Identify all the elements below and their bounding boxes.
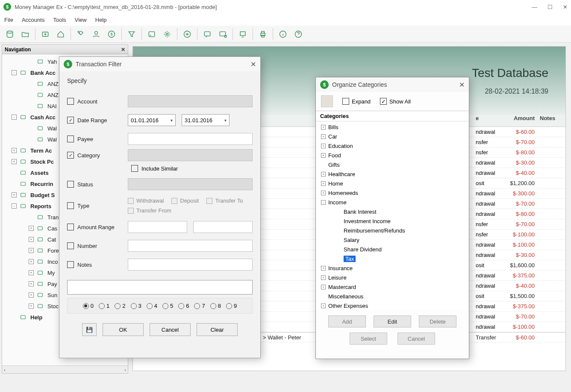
- close-button[interactable]: ✕: [563, 4, 568, 10]
- category-row[interactable]: +Leisure: [316, 273, 469, 282]
- deposit-checkbox[interactable]: Deposit: [171, 197, 199, 204]
- slot-radio-1[interactable]: 1: [99, 303, 109, 309]
- account-checkbox[interactable]: [67, 98, 74, 105]
- clear-button[interactable]: Clear: [197, 323, 238, 336]
- amountrange-checkbox[interactable]: [67, 224, 74, 230]
- new-transaction-icon[interactable]: [180, 27, 194, 41]
- transferto-checkbox[interactable]: Transfer To: [206, 197, 243, 204]
- cat-dialog-titlebar[interactable]: $ Organize Categories ✕: [316, 77, 469, 92]
- navigation-close-icon[interactable]: ✕: [121, 47, 125, 53]
- category-checkbox[interactable]: ✓: [67, 152, 74, 159]
- category-row[interactable]: Miscellaneous: [316, 292, 469, 301]
- type-checkbox[interactable]: [67, 202, 74, 209]
- payee-checkbox[interactable]: [67, 136, 74, 142]
- select-button[interactable]: Select: [350, 333, 387, 345]
- category-row[interactable]: +Home: [316, 179, 469, 188]
- cat-dialog-close-icon[interactable]: ✕: [459, 81, 465, 89]
- amount-from-input[interactable]: [128, 221, 187, 233]
- col-notes[interactable]: Notes: [540, 115, 565, 127]
- slot-radio-2[interactable]: 2: [115, 303, 125, 309]
- edit-button[interactable]: Edit: [374, 315, 411, 327]
- category-row[interactable]: +Other Expenses: [316, 301, 469, 309]
- add-button[interactable]: Add: [328, 315, 366, 327]
- dialog-close-icon[interactable]: ✕: [250, 60, 256, 68]
- options-icon[interactable]: [160, 27, 174, 41]
- showall-checkbox[interactable]: ✓Show All: [380, 98, 411, 105]
- news-icon[interactable]: [200, 27, 215, 41]
- date-to-input[interactable]: 31.01.2016▾: [182, 114, 230, 126]
- withdrawal-checkbox[interactable]: Withdrawal: [128, 197, 164, 204]
- slot-radio-7[interactable]: 7: [194, 303, 205, 309]
- payee-icon[interactable]: [89, 27, 103, 41]
- expand-checkbox[interactable]: Expand: [342, 98, 371, 105]
- categories-list[interactable]: +Bills+Car+Education+FoodGifts+Healthcar…: [316, 121, 469, 309]
- category-row[interactable]: Investment Income: [316, 216, 469, 226]
- notes-input[interactable]: [128, 259, 253, 271]
- date-from-input[interactable]: 01.01.2016▾: [128, 114, 176, 126]
- account-dropdown[interactable]: [128, 95, 253, 107]
- number-checkbox[interactable]: [67, 242, 74, 249]
- menu-view[interactable]: View: [75, 17, 87, 23]
- category-row[interactable]: Tax: [316, 254, 469, 263]
- menu-accounts[interactable]: Accounts: [22, 17, 44, 23]
- minimize-button[interactable]: —: [532, 4, 537, 10]
- save-filter-button[interactable]: 💾: [82, 323, 97, 336]
- rates-icon[interactable]: [215, 27, 230, 41]
- new-account-icon[interactable]: [38, 27, 53, 41]
- dialog-titlebar[interactable]: $ Transaction Filter ✕: [59, 57, 260, 71]
- status-dropdown[interactable]: [128, 178, 253, 190]
- menu-tools[interactable]: Tools: [53, 17, 66, 23]
- delete-button[interactable]: Delete: [419, 315, 456, 327]
- slot-radio-0[interactable]: 0: [83, 303, 94, 309]
- menu-help[interactable]: Help: [95, 17, 107, 23]
- amount-to-input[interactable]: [193, 221, 253, 233]
- slot-radio-9[interactable]: 9: [226, 303, 237, 309]
- relocate-button[interactable]: [321, 95, 333, 107]
- currency-icon[interactable]: $: [104, 27, 119, 41]
- category-row[interactable]: -Income: [316, 197, 469, 207]
- slot-radio-4[interactable]: 4: [147, 303, 157, 309]
- category-row[interactable]: Reimbursement/Refunds: [316, 226, 469, 235]
- new-db-icon[interactable]: [3, 27, 17, 41]
- col-type[interactable]: e: [476, 115, 506, 127]
- help-icon[interactable]: [291, 27, 306, 41]
- category-row[interactable]: Bank Interest: [316, 207, 469, 216]
- slot-radio-8[interactable]: 8: [210, 303, 221, 309]
- home-icon[interactable]: [53, 27, 68, 41]
- cancel-button[interactable]: Cancel: [150, 323, 191, 336]
- category-row[interactable]: Gifts: [316, 160, 469, 169]
- category-row[interactable]: +Car: [316, 132, 469, 141]
- fullscreen-icon[interactable]: [235, 27, 250, 41]
- cat-cancel-button[interactable]: Cancel: [397, 333, 435, 345]
- number-input[interactable]: [128, 240, 253, 252]
- notes-checkbox[interactable]: [67, 261, 74, 268]
- grm-icon[interactable]: [144, 27, 159, 41]
- open-icon[interactable]: [18, 27, 32, 41]
- slot-radio-6[interactable]: 6: [178, 303, 189, 309]
- category-row[interactable]: +Mastercard: [316, 282, 469, 292]
- category-row[interactable]: Share Dividend: [316, 245, 469, 254]
- category-icon[interactable]: [74, 27, 88, 41]
- category-row[interactable]: +Education: [316, 141, 469, 150]
- transferfrom-checkbox[interactable]: Transfer From: [128, 207, 171, 214]
- category-row[interactable]: +Healthcare: [316, 169, 469, 179]
- category-dropdown[interactable]: [128, 149, 253, 161]
- filter-name-input[interactable]: [67, 280, 253, 295]
- print-icon[interactable]: [256, 27, 270, 41]
- category-row[interactable]: +Insurance: [316, 263, 469, 273]
- category-row[interactable]: +Bills: [316, 122, 469, 132]
- slot-radio-5[interactable]: 5: [162, 303, 173, 309]
- daterange-checkbox[interactable]: ✓: [67, 117, 74, 124]
- category-row[interactable]: +Homeneeds: [316, 188, 469, 197]
- category-row[interactable]: +Food: [316, 150, 469, 160]
- maximize-button[interactable]: ☐: [547, 4, 553, 10]
- payee-dropdown[interactable]: [128, 133, 253, 145]
- category-row[interactable]: Salary: [316, 235, 469, 245]
- ok-button[interactable]: OK: [103, 323, 144, 336]
- slot-radio-3[interactable]: 3: [131, 303, 141, 309]
- navigation-scrollbar[interactable]: ‹›: [2, 365, 128, 373]
- menu-file[interactable]: File: [4, 17, 13, 23]
- include-similar-checkbox[interactable]: [131, 165, 138, 172]
- about-icon[interactable]: [276, 27, 290, 41]
- col-amount[interactable]: Amount: [506, 115, 540, 127]
